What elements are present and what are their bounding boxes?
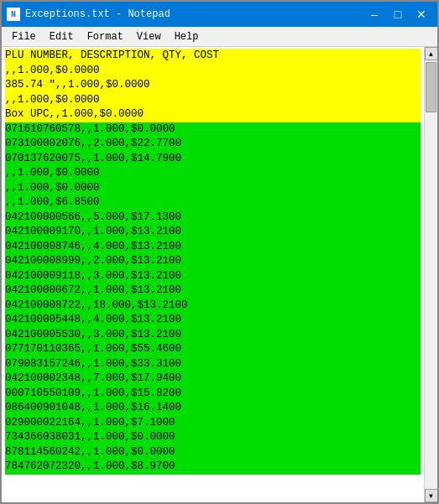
menu-bar: FileEditFormatViewHelp [2,27,437,47]
text-line: 385.74 ",,1.000,$0.0000 [5,78,421,93]
scroll-down-button[interactable]: ▼ [425,489,438,502]
text-line: 042100008999,,2.000,$13.2100 [5,254,421,269]
minimize-button[interactable]: – [363,5,385,23]
close-button[interactable]: ✕ [410,5,432,23]
text-line: 042100002348,,7.000,$17.9400 [5,372,421,387]
text-content[interactable]: PLU NUMBER, DESCRIPTION, QTY, COST,,1.00… [2,47,424,502]
maximize-button[interactable]: □ [387,5,409,23]
scroll-up-button[interactable]: ▲ [425,47,438,60]
main-window: N Exceptions.txt - Notepad – □ ✕ FileEdi… [0,0,439,504]
text-line: 042100000672,,1.000,$13.2100 [5,283,421,299]
scrollbar[interactable]: ▲ ▼ [424,47,437,502]
text-line: 070137620075,,1.000,$14.7900 [5,152,421,167]
text-line: 029000022164,,1.000,$7.1000 [5,416,421,431]
title-left: N Exceptions.txt - Notepad [7,8,170,21]
text-line: 079083157246,,1.000,$33.3100 [5,357,421,372]
text-line: 042100000566,,5.000,$17.1300 [5,210,421,226]
text-line: 042100005530,,3.000,$13.2100 [5,328,421,343]
text-line: ,,1.000,$0.0000 [5,93,421,108]
text-line: 073100002076,,2.000,$22.7700 [5,137,421,152]
text-line: 734366038031,,1.000,$0.0000 [5,430,421,445]
text-line: ,,1.000,$0.0000 [5,181,421,196]
app-icon: N [7,8,20,21]
text-line: 878114560242,,1.000,$0.0000 [5,445,421,460]
menu-item-help[interactable]: Help [168,29,206,44]
text-line: 042100009118,,3.000,$13.2100 [5,269,421,284]
text-line: 784762072320,,1.000,$8.9700 [5,460,421,475]
title-buttons: – □ ✕ [363,5,432,23]
text-line: ,,1.000,$6.8500 [5,195,421,210]
text-line: 077170110365,,1.000,$55.4600 [5,342,421,357]
title-bar: N Exceptions.txt - Notepad – □ ✕ [2,2,437,27]
menu-item-format[interactable]: Format [81,29,130,44]
content-area: PLU NUMBER, DESCRIPTION, QTY, COST,,1.00… [2,47,437,502]
text-line: ,,1.000,$0.0000 [5,166,421,181]
text-line: 086400901048,,1.000,$16.1400 [5,401,421,416]
menu-item-view[interactable]: View [130,29,168,44]
text-line: PLU NUMBER, DESCRIPTION, QTY, COST [5,49,421,64]
text-line: 000710550109,,1.000,$15.8200 [5,387,421,402]
text-line: ,,1.000,$0.0000 [5,64,421,79]
scroll-track[interactable] [425,60,437,489]
text-line: 071610760578,,1.000,$0.0000 [5,122,421,138]
window-title: Exceptions.txt - Notepad [25,8,170,20]
text-line: 042100008722,,18.000,$13.2100 [5,299,421,314]
text-line: 042100008746,,4.000,$13.2100 [5,240,421,255]
text-line: Box UPC,,1.000,$0.0000 [5,107,421,122]
text-line: 042100009170,,1.000,$13.2100 [5,225,421,240]
text-line: 042100005448,,4.000,$13.2100 [5,313,421,328]
menu-item-file[interactable]: File [5,29,43,44]
scroll-thumb[interactable] [426,62,436,112]
menu-item-edit[interactable]: Edit [43,29,81,44]
